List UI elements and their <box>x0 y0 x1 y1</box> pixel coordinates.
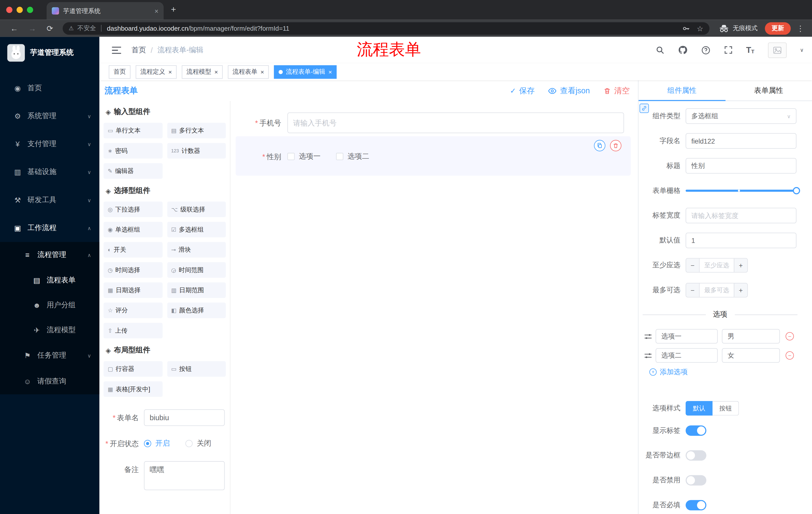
min-select-stepper[interactable]: − 至少应选 + <box>686 258 748 273</box>
slider-track[interactable] <box>686 190 796 192</box>
gender-option2-checkbox[interactable]: 选项二 <box>336 152 369 161</box>
close-icon[interactable]: × <box>328 69 332 75</box>
checkbox-icon[interactable] <box>287 153 295 160</box>
required-switch[interactable] <box>686 500 706 510</box>
sidebar-item-process-management[interactable]: ≡ 流程管理 ∧ <box>0 242 99 268</box>
browser-tab[interactable]: 芋道管理系统 × <box>47 2 164 20</box>
increase-button[interactable]: + <box>734 259 748 272</box>
remove-option-button[interactable]: − <box>786 351 794 360</box>
sidebar-item-task-management[interactable]: ⚑ 任务管理 ∨ <box>0 343 99 369</box>
close-icon[interactable]: × <box>214 69 218 75</box>
collapse-sidebar-icon[interactable] <box>112 46 121 54</box>
option-value-input[interactable] <box>722 329 780 344</box>
form-canvas[interactable]: *手机号 <box>230 101 638 514</box>
bookmark-star-icon[interactable]: ☆ <box>697 24 703 32</box>
decrease-button[interactable]: − <box>686 259 700 272</box>
palette-item-upload[interactable]: ⇧上传 <box>104 323 162 339</box>
increase-button[interactable]: + <box>734 283 748 297</box>
sidebar-item-workflow[interactable]: ▣ 工作流程 ∧ <box>0 214 99 242</box>
minimize-window-button[interactable] <box>17 7 23 13</box>
palette-item-single-line-text[interactable]: ▭单行文本 <box>104 123 162 138</box>
gender-option1-checkbox[interactable]: 选项一 <box>287 152 321 161</box>
github-icon[interactable] <box>678 45 688 55</box>
maximize-window-button[interactable] <box>27 7 33 13</box>
palette-item-password[interactable]: ∗密码 <box>104 143 162 159</box>
drag-handle-icon[interactable] <box>644 352 652 359</box>
palette-item-button[interactable]: ▭按钮 <box>167 361 226 377</box>
sidebar-item-home[interactable]: ◉ 首页 <box>0 74 99 102</box>
close-tab-icon[interactable]: × <box>154 7 158 14</box>
stepper-placeholder[interactable]: 最多可选 <box>700 283 734 297</box>
palette-item-row-container[interactable]: ▢行容器 <box>104 361 162 377</box>
selected-widget-gender[interactable]: *性别 选项一 选项二 <box>236 136 631 176</box>
style-button-button[interactable]: 按钮 <box>713 401 739 416</box>
tab-component-props[interactable]: 组件属性 <box>638 80 725 100</box>
add-option-button[interactable]: + 添加选项 <box>649 368 802 377</box>
reload-icon[interactable]: ⟳ <box>47 24 53 32</box>
phone-input[interactable] <box>287 112 624 133</box>
link-icon[interactable] <box>640 104 649 113</box>
avatar[interactable] <box>768 42 786 58</box>
option-value-input[interactable] <box>722 348 780 363</box>
sidebar-item-user-group[interactable]: ☻ 用户分组 <box>0 293 99 318</box>
grid-slider[interactable] <box>686 183 796 198</box>
new-tab-button[interactable]: + <box>171 5 176 15</box>
back-icon[interactable]: ← <box>10 24 18 32</box>
password-key-icon[interactable] <box>683 24 691 32</box>
sidebar-item-process-model[interactable]: ✈ 流程模型 <box>0 318 99 343</box>
tag-process-model[interactable]: 流程模型 × <box>182 65 223 79</box>
remark-textarea[interactable]: 嘿嘿 <box>144 461 225 490</box>
style-default-button[interactable]: 默认 <box>686 401 713 416</box>
close-icon[interactable]: × <box>168 69 172 75</box>
tag-process-definition[interactable]: 流程定义 × <box>136 65 177 79</box>
tag-process-form[interactable]: 流程表单 × <box>228 65 269 79</box>
slider-handle[interactable] <box>793 187 800 194</box>
drag-handle-icon[interactable] <box>644 333 652 340</box>
palette-item-checkbox-group[interactable]: ☑多选框组 <box>167 222 226 237</box>
close-icon[interactable]: × <box>261 69 264 75</box>
search-icon[interactable] <box>656 46 664 54</box>
palette-item-radio-group[interactable]: ◉单选框组 <box>104 222 162 237</box>
font-size-icon[interactable]: TT <box>746 46 754 54</box>
palette-item-slider[interactable]: ⊸滑块 <box>167 242 226 258</box>
palette-item-counter[interactable]: 123计数器 <box>167 143 226 159</box>
palette-item-editor[interactable]: ✎编辑器 <box>104 163 162 179</box>
palette-item-cascader[interactable]: ⌥级联选择 <box>167 202 226 217</box>
sidebar-item-payment-management[interactable]: ¥ 支付管理 ∨ <box>0 130 99 158</box>
copy-widget-button[interactable] <box>594 140 605 151</box>
remove-option-button[interactable]: − <box>786 332 794 341</box>
palette-item-rate[interactable]: ☆评分 <box>104 302 162 318</box>
palette-item-date-range[interactable]: ▥日期范围 <box>167 282 226 298</box>
option-name-input[interactable] <box>656 348 718 363</box>
decrease-button[interactable]: − <box>686 283 700 297</box>
tag-home[interactable]: 首页 <box>109 65 130 79</box>
palette-item-multi-line-text[interactable]: ▤多行文本 <box>167 123 226 138</box>
tab-form-props[interactable]: 表单属性 <box>725 80 812 100</box>
palette-item-date-picker[interactable]: ▦日期选择 <box>104 282 162 298</box>
palette-item-table[interactable]: ▦表格[开发中] <box>104 381 162 397</box>
stepper-placeholder[interactable]: 至少应选 <box>700 259 734 272</box>
field-name-input[interactable] <box>686 133 796 149</box>
url-field[interactable]: ⚠ 不安全 dashboard.yudao.iocoder.cn/bpm/man… <box>63 22 709 34</box>
default-value-input[interactable] <box>686 233 796 248</box>
option-name-input[interactable] <box>656 329 718 344</box>
checkbox-icon[interactable] <box>336 153 343 160</box>
help-icon[interactable] <box>701 45 710 55</box>
sidebar-item-process-form[interactable]: ▤ 流程表单 <box>0 268 99 293</box>
max-select-stepper[interactable]: − 最多可选 + <box>686 283 748 297</box>
save-button[interactable]: ✓ 保存 <box>510 86 534 96</box>
form-name-input[interactable] <box>144 409 225 426</box>
title-input[interactable] <box>686 158 796 173</box>
sidebar-item-system-management[interactable]: ⚙ 系统管理 ∨ <box>0 102 99 130</box>
avatar-caret-icon[interactable]: ∨ <box>800 47 804 53</box>
close-window-button[interactable] <box>6 7 12 13</box>
delete-widget-button[interactable] <box>610 140 621 151</box>
update-browser-button[interactable]: 更新 <box>765 22 791 34</box>
breadcrumb-home[interactable]: 首页 <box>132 45 146 55</box>
palette-item-color-picker[interactable]: ◧颜色选择 <box>167 302 226 318</box>
fullscreen-icon[interactable] <box>724 46 733 54</box>
status-off-radio[interactable]: 关闭 <box>185 439 211 448</box>
tag-process-form-edit[interactable]: 流程表单-编辑 × <box>274 65 337 79</box>
sidebar-item-dev-tools[interactable]: ⚒ 研发工具 ∨ <box>0 186 99 214</box>
clear-button[interactable]: 清空 <box>603 86 630 96</box>
